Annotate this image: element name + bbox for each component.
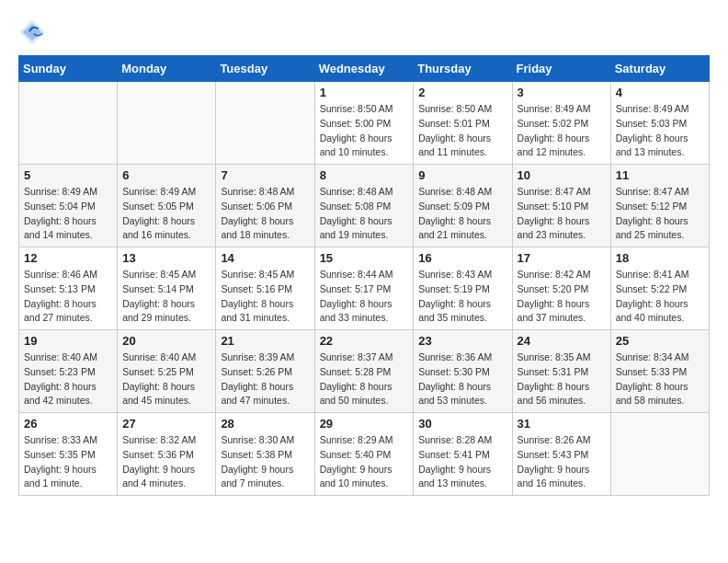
day-number: 4 — [616, 86, 704, 99]
day-info: Sunrise: 8:47 AM Sunset: 5:10 PM Dayligh… — [518, 185, 606, 243]
calendar-cell: 4Sunrise: 8:49 AM Sunset: 5:03 PM Daylig… — [610, 82, 709, 165]
day-number: 13 — [122, 251, 210, 265]
day-number: 23 — [418, 334, 506, 348]
day-number: 6 — [122, 168, 210, 182]
calendar-cell: 30Sunrise: 8:28 AM Sunset: 5:41 PM Dayli… — [414, 413, 512, 496]
day-info: Sunrise: 8:28 AM Sunset: 5:41 PM Dayligh… — [418, 433, 506, 491]
calendar-cell: 15Sunrise: 8:44 AM Sunset: 5:17 PM Dayli… — [314, 247, 414, 330]
logo — [18, 18, 50, 46]
day-info: Sunrise: 8:48 AM Sunset: 5:06 PM Dayligh… — [221, 185, 309, 243]
day-info: Sunrise: 8:40 AM Sunset: 5:23 PM Dayligh… — [24, 350, 112, 408]
day-info: Sunrise: 8:26 AM Sunset: 5:43 PM Dayligh… — [518, 433, 606, 491]
day-number: 2 — [418, 86, 506, 99]
day-number: 30 — [418, 417, 506, 431]
calendar-cell: 21Sunrise: 8:39 AM Sunset: 5:26 PM Dayli… — [216, 330, 314, 413]
day-info: Sunrise: 8:45 AM Sunset: 5:16 PM Dayligh… — [221, 268, 309, 326]
calendar-cell: 9Sunrise: 8:48 AM Sunset: 5:09 PM Daylig… — [414, 165, 512, 247]
day-number: 25 — [616, 334, 704, 348]
day-number: 17 — [518, 251, 606, 265]
day-info: Sunrise: 8:41 AM Sunset: 5:22 PM Dayligh… — [616, 268, 704, 326]
svg-marker-1 — [23, 24, 42, 40]
day-info: Sunrise: 8:37 AM Sunset: 5:28 PM Dayligh… — [320, 350, 409, 408]
day-of-week-header: Monday — [118, 56, 216, 82]
day-number: 9 — [418, 168, 506, 182]
day-info: Sunrise: 8:33 AM Sunset: 5:35 PM Dayligh… — [24, 433, 112, 491]
day-number: 24 — [518, 334, 606, 348]
day-info: Sunrise: 8:36 AM Sunset: 5:30 PM Dayligh… — [418, 350, 506, 408]
calendar-cell: 29Sunrise: 8:29 AM Sunset: 5:40 PM Dayli… — [314, 413, 414, 496]
calendar-cell: 20Sunrise: 8:40 AM Sunset: 5:25 PM Dayli… — [118, 330, 216, 413]
calendar-cell: 6Sunrise: 8:49 AM Sunset: 5:05 PM Daylig… — [118, 165, 216, 247]
day-number: 1 — [320, 86, 409, 99]
calendar-week-row: 19Sunrise: 8:40 AM Sunset: 5:23 PM Dayli… — [19, 330, 710, 413]
day-number: 21 — [221, 334, 309, 348]
calendar-cell: 25Sunrise: 8:34 AM Sunset: 5:33 PM Dayli… — [610, 330, 709, 413]
day-info: Sunrise: 8:44 AM Sunset: 5:17 PM Dayligh… — [320, 268, 409, 326]
day-info: Sunrise: 8:49 AM Sunset: 5:05 PM Dayligh… — [122, 185, 210, 243]
page-header — [18, 18, 710, 46]
day-info: Sunrise: 8:35 AM Sunset: 5:31 PM Dayligh… — [518, 350, 606, 408]
day-of-week-header: Wednesday — [314, 56, 414, 82]
calendar-cell: 16Sunrise: 8:43 AM Sunset: 5:19 PM Dayli… — [414, 247, 512, 330]
calendar-cell: 23Sunrise: 8:36 AM Sunset: 5:30 PM Dayli… — [414, 330, 512, 413]
calendar-header-row: SundayMondayTuesdayWednesdayThursdayFrid… — [19, 56, 710, 82]
day-number: 28 — [221, 417, 309, 431]
day-number: 5 — [24, 168, 112, 182]
calendar-week-row: 5Sunrise: 8:49 AM Sunset: 5:04 PM Daylig… — [19, 165, 710, 247]
calendar-week-row: 12Sunrise: 8:46 AM Sunset: 5:13 PM Dayli… — [19, 247, 710, 330]
calendar-cell: 3Sunrise: 8:49 AM Sunset: 5:02 PM Daylig… — [512, 82, 610, 165]
calendar-cell: 26Sunrise: 8:33 AM Sunset: 5:35 PM Dayli… — [19, 413, 118, 496]
calendar-cell: 22Sunrise: 8:37 AM Sunset: 5:28 PM Dayli… — [314, 330, 414, 413]
day-info: Sunrise: 8:50 AM Sunset: 5:00 PM Dayligh… — [320, 102, 409, 160]
calendar-cell: 28Sunrise: 8:30 AM Sunset: 5:38 PM Dayli… — [216, 413, 314, 496]
day-info: Sunrise: 8:48 AM Sunset: 5:08 PM Dayligh… — [320, 185, 409, 243]
calendar-cell: 14Sunrise: 8:45 AM Sunset: 5:16 PM Dayli… — [216, 247, 314, 330]
calendar-cell — [610, 413, 709, 496]
calendar-cell: 2Sunrise: 8:50 AM Sunset: 5:01 PM Daylig… — [414, 82, 512, 165]
day-number: 16 — [418, 251, 506, 265]
day-number: 31 — [518, 417, 606, 431]
day-info: Sunrise: 8:45 AM Sunset: 5:14 PM Dayligh… — [122, 268, 210, 326]
day-number: 26 — [24, 417, 112, 431]
day-number: 10 — [518, 168, 606, 182]
calendar-cell: 13Sunrise: 8:45 AM Sunset: 5:14 PM Dayli… — [118, 247, 216, 330]
logo-icon — [18, 18, 46, 46]
day-number: 19 — [24, 334, 112, 348]
day-info: Sunrise: 8:50 AM Sunset: 5:01 PM Dayligh… — [418, 102, 506, 160]
day-info: Sunrise: 8:48 AM Sunset: 5:09 PM Dayligh… — [418, 185, 506, 243]
day-number: 27 — [122, 417, 210, 431]
calendar-table: SundayMondayTuesdayWednesdayThursdayFrid… — [18, 55, 710, 496]
day-info: Sunrise: 8:32 AM Sunset: 5:36 PM Dayligh… — [122, 433, 210, 491]
day-info: Sunrise: 8:34 AM Sunset: 5:33 PM Dayligh… — [616, 350, 704, 408]
day-number: 12 — [24, 251, 112, 265]
day-info: Sunrise: 8:49 AM Sunset: 5:04 PM Dayligh… — [24, 185, 112, 243]
calendar-cell: 1Sunrise: 8:50 AM Sunset: 5:00 PM Daylig… — [314, 82, 414, 165]
day-info: Sunrise: 8:49 AM Sunset: 5:03 PM Dayligh… — [616, 102, 704, 160]
day-number: 7 — [221, 168, 309, 182]
day-number: 20 — [122, 334, 210, 348]
day-info: Sunrise: 8:40 AM Sunset: 5:25 PM Dayligh… — [122, 350, 210, 408]
day-number: 14 — [221, 251, 309, 265]
calendar-cell: 24Sunrise: 8:35 AM Sunset: 5:31 PM Dayli… — [512, 330, 610, 413]
calendar-cell — [216, 82, 314, 165]
day-number: 8 — [320, 168, 409, 182]
day-number: 18 — [616, 251, 704, 265]
calendar-cell: 18Sunrise: 8:41 AM Sunset: 5:22 PM Dayli… — [610, 247, 709, 330]
day-number: 15 — [320, 251, 409, 265]
calendar-cell: 12Sunrise: 8:46 AM Sunset: 5:13 PM Dayli… — [19, 247, 118, 330]
day-of-week-header: Saturday — [610, 56, 709, 82]
day-of-week-header: Thursday — [414, 56, 512, 82]
calendar-cell: 8Sunrise: 8:48 AM Sunset: 5:08 PM Daylig… — [314, 165, 414, 247]
calendar-cell — [19, 82, 118, 165]
calendar-cell: 27Sunrise: 8:32 AM Sunset: 5:36 PM Dayli… — [118, 413, 216, 496]
calendar-week-row: 26Sunrise: 8:33 AM Sunset: 5:35 PM Dayli… — [19, 413, 710, 496]
day-info: Sunrise: 8:47 AM Sunset: 5:12 PM Dayligh… — [616, 185, 704, 243]
day-info: Sunrise: 8:46 AM Sunset: 5:13 PM Dayligh… — [24, 268, 112, 326]
day-number: 3 — [518, 86, 606, 99]
calendar-cell: 19Sunrise: 8:40 AM Sunset: 5:23 PM Dayli… — [19, 330, 118, 413]
calendar-cell: 7Sunrise: 8:48 AM Sunset: 5:06 PM Daylig… — [216, 165, 314, 247]
day-info: Sunrise: 8:43 AM Sunset: 5:19 PM Dayligh… — [418, 268, 506, 326]
day-of-week-header: Friday — [512, 56, 610, 82]
calendar-cell: 17Sunrise: 8:42 AM Sunset: 5:20 PM Dayli… — [512, 247, 610, 330]
day-of-week-header: Tuesday — [216, 56, 314, 82]
